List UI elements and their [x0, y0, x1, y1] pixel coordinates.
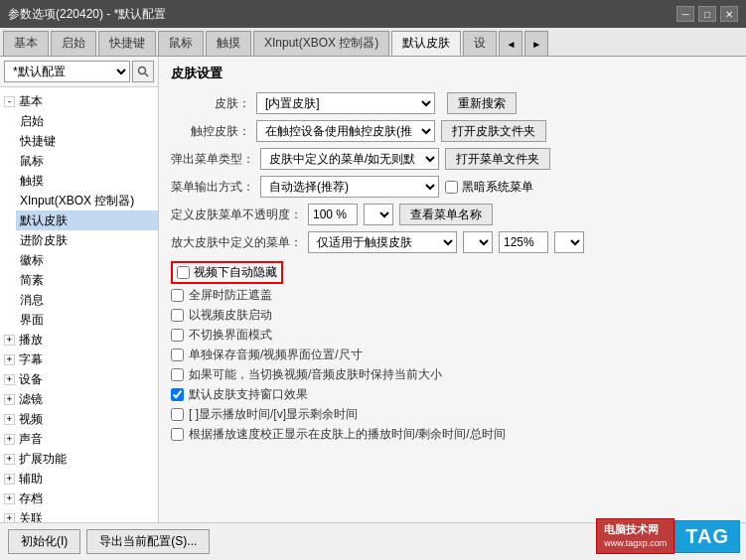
skin-row: 皮肤： [内置皮肤] 重新搜索: [171, 92, 734, 114]
tree-group-basic-label[interactable]: - 基本: [0, 91, 158, 111]
tab-basic[interactable]: 基本: [3, 31, 49, 56]
tree-group-audio-label[interactable]: + 声音: [0, 429, 158, 449]
no-switch-ui-checkbox[interactable]: [171, 329, 184, 342]
watermark-tag: TAG: [674, 520, 740, 553]
tree-group-playback-label[interactable]: + 播放: [0, 330, 158, 350]
tree-group-subtitle: + 字幕: [0, 350, 158, 369]
search-button[interactable]: [132, 61, 154, 82]
tree-child-logo[interactable]: 徽标: [16, 250, 158, 270]
tree-child-advanced-skin[interactable]: 进阶皮肤: [16, 230, 158, 250]
zoom-select[interactable]: 仅适用于触摸皮肤: [308, 231, 457, 253]
tree-child-ui[interactable]: 界面: [16, 310, 158, 330]
no-switch-ui-label: 不切换界面模式: [189, 327, 272, 344]
rescan-button[interactable]: 重新搜索: [447, 92, 517, 114]
highlighted-checkbox-row: 视频下自动隐藏: [171, 261, 283, 284]
tree-label-basic: 基本: [19, 92, 43, 110]
tree-group-subtitle-label[interactable]: + 字幕: [0, 350, 158, 369]
tree-child-touch[interactable]: 触摸: [16, 171, 158, 191]
menu-output-select[interactable]: 自动选择(推荐): [260, 176, 439, 198]
expand-icon-extension[interactable]: +: [4, 454, 15, 465]
expand-icon-archive[interactable]: +: [4, 493, 15, 504]
expand-icon-device[interactable]: +: [4, 374, 15, 385]
tree-group-filter-label[interactable]: + 滤镜: [0, 389, 158, 409]
minimize-button[interactable]: ─: [676, 6, 694, 22]
tree-group-archive-label[interactable]: + 存档: [0, 489, 158, 508]
fullscreen-cover-checkbox[interactable]: [171, 289, 184, 302]
tab-default-skin[interactable]: 默认皮肤: [391, 31, 461, 56]
cb-row-2: 以视频皮肤启动: [171, 307, 734, 324]
tree-child-start[interactable]: 启始: [16, 111, 158, 131]
zoom-percent-input[interactable]: [499, 231, 548, 253]
auto-hide-checkbox[interactable]: [177, 266, 190, 279]
tree-group-video: + 视频: [0, 409, 158, 429]
dark-menu-checkbox[interactable]: [445, 181, 458, 194]
expand-icon-assoc[interactable]: +: [4, 513, 15, 523]
tree-child-shortcut[interactable]: 快捷键: [16, 131, 158, 151]
tree-group-extension-label[interactable]: + 扩展功能: [0, 449, 158, 469]
tree-group-assoc: + 关联: [0, 508, 158, 522]
opacity-input[interactable]: [308, 204, 358, 225]
tree-group-extension: + 扩展功能: [0, 449, 158, 469]
open-menu-folder-button[interactable]: 打开菜单文件夹: [445, 148, 550, 170]
tree-group-archive: + 存档: [0, 489, 158, 508]
main-container: 基本 启始 快捷键 鼠标 触摸 XInput(XBOX 控制器) 默认皮肤 设 …: [0, 28, 746, 560]
tree-group-playback: + 播放: [0, 330, 158, 350]
video-skin-start-checkbox[interactable]: [171, 309, 184, 322]
expand-icon-filter[interactable]: +: [4, 394, 15, 405]
left-panel: *默认配置 - 基本: [0, 57, 159, 522]
tab-extra[interactable]: 设: [463, 31, 497, 56]
tab-mouse[interactable]: 鼠标: [158, 31, 204, 56]
tree-group-assist-label[interactable]: + 辅助: [0, 469, 158, 489]
watermark-subtext: www.tagxp.com: [604, 537, 667, 550]
maximize-button[interactable]: □: [698, 6, 716, 22]
expand-icon-assist[interactable]: +: [4, 474, 15, 485]
touch-skin-label: 触控皮肤：: [171, 123, 250, 140]
opacity-dropdown[interactable]: v: [364, 204, 393, 225]
tree-child-message[interactable]: 消息: [16, 290, 158, 310]
open-skin-folder-button[interactable]: 打开皮肤文件夹: [441, 120, 546, 142]
tab-scroll-right[interactable]: ◄: [499, 31, 522, 56]
keep-size-checkbox[interactable]: [171, 368, 184, 381]
view-menu-names-button[interactable]: 查看菜单名称: [399, 204, 493, 225]
title-bar: 参数选项(220420) - *默认配置 ─ □ ✕: [0, 0, 746, 28]
tab-scroll-left[interactable]: ►: [524, 31, 548, 56]
zoom-percent-dropdown[interactable]: v: [554, 231, 584, 253]
cb-row-4: 单独保存音频/视频界面位置/尺寸: [171, 347, 734, 363]
save-pos-label: 单独保存音频/视频界面位置/尺寸: [189, 347, 363, 363]
tab-shortcut[interactable]: 快捷键: [98, 31, 156, 56]
correct-time-checkbox[interactable]: [171, 428, 184, 441]
tree-container: - 基本 启始 快捷键 鼠标 触摸 XInput(XBOX 控制器) 默认皮肤 …: [0, 87, 158, 522]
skin-label: 皮肤：: [171, 95, 250, 112]
config-dropdown[interactable]: *默认配置: [4, 61, 130, 82]
touch-skin-select[interactable]: 在触控设备使用触控皮肤(推: [256, 120, 435, 142]
tree-child-mouse[interactable]: 鼠标: [16, 151, 158, 171]
export-button[interactable]: 导出当前配置(S)...: [86, 529, 210, 554]
tree-group-device: + 设备: [0, 369, 158, 389]
expand-icon-video[interactable]: +: [4, 414, 15, 425]
save-pos-checkbox[interactable]: [171, 349, 184, 361]
init-button[interactable]: 初始化(I): [8, 529, 80, 554]
expand-icon-audio[interactable]: +: [4, 434, 15, 445]
skin-select[interactable]: [内置皮肤]: [256, 92, 435, 114]
tree-group-device-label[interactable]: + 设备: [0, 369, 158, 389]
tab-touch[interactable]: 触摸: [206, 31, 251, 56]
tree-group-video-label[interactable]: + 视频: [0, 409, 158, 429]
show-time-checkbox[interactable]: [171, 408, 184, 421]
tree-child-default-skin[interactable]: 默认皮肤: [16, 210, 158, 230]
popup-menu-type-select[interactable]: 皮肤中定义的菜单/如无则默: [260, 148, 439, 170]
expand-icon-playback[interactable]: +: [4, 335, 15, 346]
watermark-text: 电脑技术网: [604, 522, 667, 537]
tab-start[interactable]: 启始: [51, 31, 96, 56]
tab-xinput[interactable]: XInput(XBOX 控制器): [253, 31, 389, 56]
close-button[interactable]: ✕: [720, 6, 738, 22]
window-effect-checkbox[interactable]: [171, 388, 184, 401]
tab-bar: 基本 启始 快捷键 鼠标 触摸 XInput(XBOX 控制器) 默认皮肤 设 …: [0, 28, 746, 57]
cb-row-1: 全屏时防正遮盖: [171, 287, 734, 304]
tree-group-assoc-label[interactable]: + 关联: [0, 508, 158, 522]
expand-icon-subtitle[interactable]: +: [4, 354, 15, 365]
zoom-select2[interactable]: v: [463, 231, 493, 253]
cb-row-7: [ ]显示播放时间/[v]显示剩余时间: [171, 406, 734, 423]
collapse-icon-basic[interactable]: -: [4, 96, 15, 107]
tree-child-simple[interactable]: 简素: [16, 270, 158, 290]
tree-child-xinput[interactable]: XInput(XBOX 控制器): [16, 191, 158, 210]
